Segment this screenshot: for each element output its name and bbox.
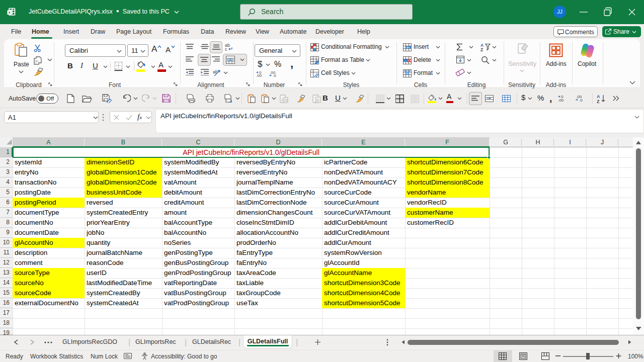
svg-text:ab: ab	[213, 69, 218, 74]
svg-text:.0: .0	[273, 73, 276, 77]
svg-text:23: 23	[284, 99, 288, 102]
svg-text:.00: .00	[558, 98, 564, 102]
svg-text:x: x	[8, 10, 11, 15]
svg-text:Z: Z	[480, 47, 483, 52]
svg-text:Z: Z	[597, 99, 600, 104]
svg-text:1: 1	[281, 98, 283, 102]
svg-text:A: A	[597, 94, 600, 99]
svg-text:fx: fx	[316, 98, 319, 103]
svg-text:.0: .0	[579, 98, 583, 102]
svg-text:c: c	[225, 47, 227, 51]
svg-text:.00: .00	[256, 73, 262, 77]
